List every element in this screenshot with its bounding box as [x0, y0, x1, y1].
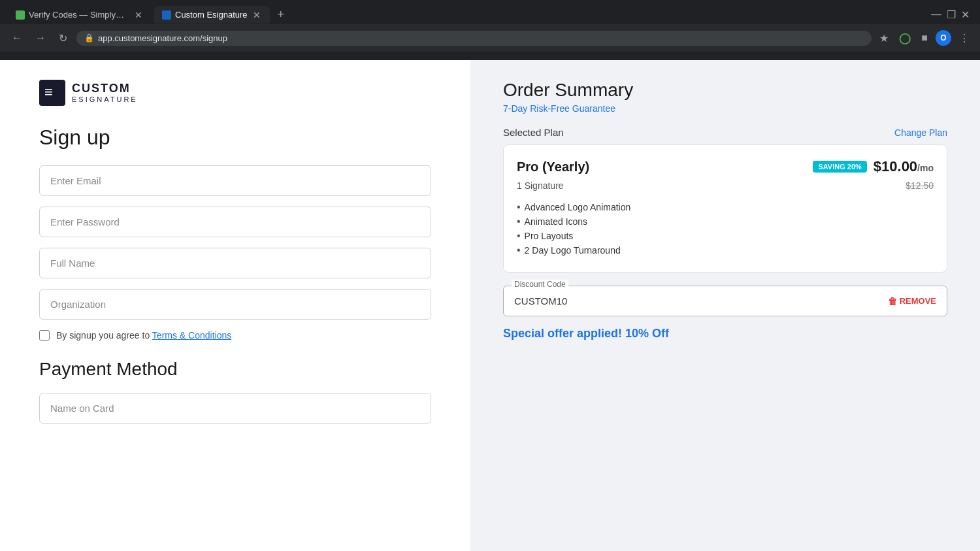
- plan-price: $10.00/mo: [874, 158, 934, 175]
- email-input[interactable]: [39, 165, 431, 196]
- fullname-input[interactable]: [39, 248, 431, 278]
- change-plan-button[interactable]: Change Plan: [894, 127, 947, 138]
- address-bar[interactable]: 🔒 app.customesignature.com/signup: [76, 31, 872, 46]
- forward-button[interactable]: →: [31, 31, 50, 45]
- fullname-group: [39, 248, 431, 278]
- tab-favicon-2: [162, 10, 171, 20]
- security-icon: 🔒: [84, 33, 94, 42]
- bookmark-icon[interactable]: ★: [877, 31, 891, 46]
- new-tab-button[interactable]: +: [272, 5, 290, 24]
- profile-icon[interactable]: ◯: [896, 31, 913, 46]
- terms-link[interactable]: Terms & Conditions: [152, 330, 231, 341]
- extensions-icon[interactable]: ■: [919, 31, 930, 45]
- reload-button[interactable]: ↻: [55, 31, 71, 46]
- right-panel: Order Summary 7-Day Risk-Free Guarantee …: [470, 60, 980, 551]
- card-name-input[interactable]: [39, 393, 431, 424]
- selected-plan-row: Selected Plan Change Plan: [503, 127, 947, 138]
- back-button[interactable]: ←: [8, 31, 26, 45]
- saving-badge: SAVING 20%: [813, 161, 866, 173]
- remove-discount-button[interactable]: 🗑 REMOVE: [888, 296, 936, 307]
- feature-2: •Animated Icons: [517, 216, 934, 227]
- user-avatar[interactable]: O: [936, 30, 951, 46]
- browser-titlebar: Verify Codes — SimplyCodes ✕ Custom Esig…: [0, 0, 980, 24]
- signup-title: Sign up: [39, 125, 431, 150]
- special-offer-label: Special offer applied! 10% Off: [503, 327, 947, 341]
- trash-icon: 🗑: [888, 296, 897, 307]
- feature-1: •Advanced Logo Animation: [517, 201, 934, 213]
- plan-period: /mo: [917, 163, 934, 173]
- logo-custom: CUSTOM: [72, 82, 138, 95]
- feature-3: •Pro Layouts: [517, 230, 934, 242]
- plan-signature: 1 Signature: [517, 180, 564, 191]
- left-panel: ≡ CUSTOM ESIGNATURE Sign up By signup y: [0, 60, 470, 551]
- logo-icon: ≡: [39, 80, 65, 106]
- logo-esignature: ESIGNATURE: [72, 95, 138, 103]
- plan-original-price: $12.50: [906, 180, 934, 191]
- tab-close-2[interactable]: ✕: [252, 10, 262, 20]
- close-button[interactable]: ✕: [961, 8, 970, 21]
- tab-label-2: Custom Esignature: [175, 10, 248, 20]
- plan-price-area: SAVING 20% $10.00/mo: [813, 158, 934, 175]
- browser-toolbar: ← → ↻ 🔒 app.customesignature.com/signup …: [0, 24, 980, 52]
- payment-title: Payment Method: [39, 359, 431, 380]
- plan-features: •Advanced Logo Animation •Animated Icons…: [517, 201, 934, 256]
- minimize-button[interactable]: —: [931, 8, 941, 21]
- tab-label-1: Verify Codes — SimplyCodes: [29, 10, 129, 20]
- discount-field: Discount Code CUSTOM10 🗑 REMOVE: [503, 286, 947, 316]
- plan-subtitle-row: 1 Signature $12.50: [517, 180, 934, 191]
- tab-verify-codes[interactable]: Verify Codes — SimplyCodes ✕: [8, 6, 152, 24]
- browser-toolbar-icons: ★ ◯ ■ O ⋮: [877, 30, 972, 46]
- plan-name: Pro (Yearly): [517, 159, 589, 175]
- card-name-group: [39, 393, 431, 424]
- email-group: [39, 165, 431, 196]
- tab-favicon-1: [16, 10, 25, 20]
- password-input[interactable]: [39, 207, 431, 237]
- terms-row: By signup you agree to Terms & Condition…: [39, 330, 431, 341]
- menu-icon[interactable]: ⋮: [956, 31, 972, 46]
- tab-custom-esignature[interactable]: Custom Esignature ✕: [154, 6, 270, 24]
- address-text: app.customesignature.com/signup: [98, 33, 864, 43]
- plan-card: Pro (Yearly) SAVING 20% $10.00/mo 1 Sign…: [503, 144, 947, 273]
- maximize-button[interactable]: ❐: [947, 8, 956, 21]
- risk-free-label[interactable]: 7-Day Risk-Free Guarantee: [503, 103, 947, 114]
- password-group: [39, 207, 431, 237]
- logo: ≡ CUSTOM ESIGNATURE: [39, 80, 431, 106]
- organization-input[interactable]: [39, 289, 431, 320]
- tab-close-1[interactable]: ✕: [133, 10, 144, 20]
- plan-header: Pro (Yearly) SAVING 20% $10.00/mo: [517, 158, 934, 175]
- logo-text: CUSTOM ESIGNATURE: [72, 82, 138, 103]
- discount-inner: CUSTOM10 🗑 REMOVE: [514, 295, 936, 307]
- svg-text:≡: ≡: [44, 84, 53, 100]
- terms-text: By signup you agree to Terms & Condition…: [56, 330, 231, 341]
- organization-group: [39, 289, 431, 320]
- discount-label: Discount Code: [512, 280, 568, 289]
- order-summary-title: Order Summary: [503, 80, 947, 101]
- feature-4: •2 Day Logo Turnaround: [517, 244, 934, 256]
- terms-checkbox[interactable]: [39, 330, 50, 341]
- discount-code: CUSTOM10: [514, 295, 567, 307]
- selected-plan-label: Selected Plan: [503, 127, 564, 138]
- browser-chrome: Verify Codes — SimplyCodes ✕ Custom Esig…: [0, 0, 980, 60]
- page-content: ≡ CUSTOM ESIGNATURE Sign up By signup y: [0, 60, 980, 551]
